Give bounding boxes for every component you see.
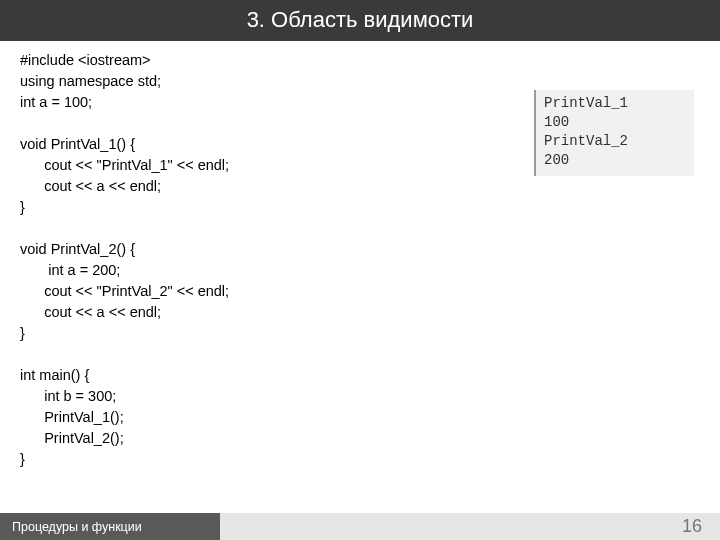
footer: Процедуры и функции 16 [0,513,720,540]
program-output: PrintVal_1 100 PrintVal_2 200 [534,90,694,176]
slide-title: 3. Область видимости [0,0,720,41]
footer-spacer [220,513,672,540]
footer-label: Процедуры и функции [0,513,220,540]
page-number: 16 [672,513,720,540]
